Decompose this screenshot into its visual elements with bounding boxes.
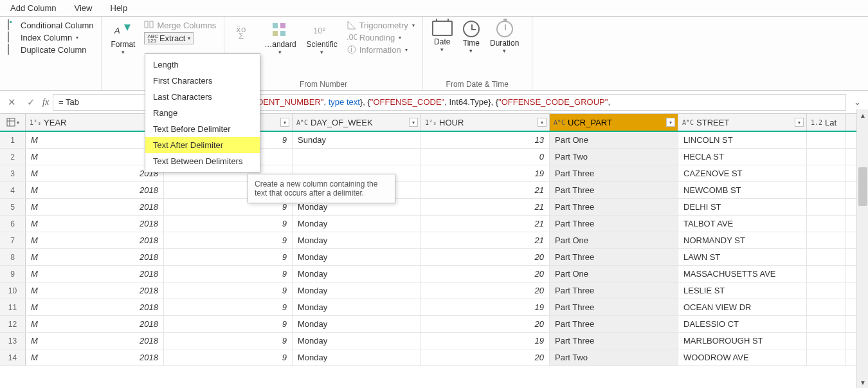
statistics-button[interactable]: x̄σΣ: [231, 19, 257, 40]
cell[interactable]: 0: [421, 149, 550, 165]
column-header-year[interactable]: 1²₃ YEAR ▾: [26, 114, 164, 131]
cell[interactable]: M2018: [26, 199, 164, 215]
cell[interactable]: Monday: [293, 249, 421, 265]
cell[interactable]: Part Three: [550, 333, 678, 349]
cell[interactable]: 20: [421, 282, 550, 299]
conditional-column-button[interactable]: Conditional Column: [6, 19, 95, 31]
cell[interactable]: MASSACHUSETTS AVE: [678, 266, 807, 282]
cell[interactable]: Monday: [293, 282, 421, 299]
filter-dropdown-icon[interactable]: ▾: [280, 118, 289, 127]
cell[interactable]: M2018: [26, 349, 164, 365]
cell[interactable]: 9: [164, 333, 293, 349]
filter-dropdown-icon[interactable]: ▾: [795, 118, 804, 127]
cell[interactable]: 19: [421, 165, 550, 181]
cell[interactable]: M2018: [26, 182, 164, 198]
filter-dropdown-icon[interactable]: ▾: [409, 118, 418, 127]
cell[interactable]: Part Three: [550, 165, 678, 181]
cell[interactable]: Monday: [293, 216, 421, 232]
table-row[interactable]: 5M20189Monday21Part ThreeDELHI ST: [0, 199, 868, 216]
scientific-button[interactable]: 10² Scientific ▾: [304, 19, 340, 55]
cell[interactable]: 19: [421, 333, 550, 349]
cell[interactable]: 20: [421, 316, 550, 332]
cell[interactable]: LINCOLN ST: [678, 132, 807, 148]
table-row[interactable]: 14M20189Monday20Part TwoWOODROW AVE: [0, 349, 868, 366]
cell[interactable]: [807, 132, 845, 148]
grid-body[interactable]: 1M9Sunday13Part OneLINCOLN ST2M0Part Two…: [0, 132, 868, 370]
cell[interactable]: [807, 216, 845, 232]
cell[interactable]: [807, 199, 845, 215]
cell[interactable]: 9: [164, 282, 293, 299]
cell[interactable]: [807, 349, 845, 365]
cell[interactable]: M2018: [26, 249, 164, 265]
table-row[interactable]: 10M20189Monday20Part ThreeLESLIE ST: [0, 282, 868, 299]
table-row[interactable]: 1M9Sunday13Part OneLINCOLN ST: [0, 132, 868, 149]
rounding-button[interactable]: .00 Rounding▾: [345, 32, 416, 43]
cell[interactable]: M2018: [26, 216, 164, 232]
cell[interactable]: LESLIE ST: [678, 282, 807, 299]
cell[interactable]: M2018: [26, 299, 164, 315]
cell[interactable]: M2018: [26, 333, 164, 349]
cell[interactable]: M2018: [26, 165, 164, 181]
cell[interactable]: CAZENOVE ST: [678, 165, 807, 181]
scroll-thumb[interactable]: [858, 167, 867, 206]
cell[interactable]: Part Three: [550, 199, 678, 215]
extract-menu-item[interactable]: Text After Delimiter: [145, 137, 260, 153]
table-row[interactable]: 8M20189Monday20Part ThreeLAWN ST: [0, 249, 868, 266]
duration-button[interactable]: Duration ▾: [487, 19, 521, 54]
cell[interactable]: 9: [164, 316, 293, 332]
cell[interactable]: DALESSIO CT: [678, 316, 807, 332]
cell[interactable]: M2018: [26, 316, 164, 332]
cell[interactable]: M: [26, 149, 164, 165]
table-row[interactable]: 7M20189Monday21Part OneNORMANDY ST: [0, 232, 868, 249]
cell[interactable]: 13: [421, 132, 550, 148]
cell[interactable]: 20: [421, 349, 550, 365]
filter-dropdown-icon[interactable]: ▾: [538, 118, 547, 127]
cell[interactable]: 20: [421, 266, 550, 282]
extract-menu-item[interactable]: Text Between Delimiters: [145, 153, 260, 169]
filter-dropdown-icon[interactable]: ▾: [666, 118, 675, 127]
cell[interactable]: [807, 149, 845, 165]
column-header-hour[interactable]: 1²₃ HOUR ▾: [421, 114, 550, 131]
cell[interactable]: NEWCOMB ST: [678, 182, 807, 198]
format-button[interactable]: A Format ▾: [108, 19, 138, 55]
column-header-ucr-part[interactable]: AᴮC UCR_PART ▾: [550, 114, 678, 131]
cell[interactable]: MARLBOROUGH ST: [678, 333, 807, 349]
cell[interactable]: NORMANDY ST: [678, 232, 807, 248]
cell[interactable]: OCEAN VIEW DR: [678, 299, 807, 315]
cell[interactable]: Part Three: [550, 216, 678, 232]
cell[interactable]: 19: [421, 299, 550, 315]
table-row[interactable]: 2M0Part TwoHECLA ST: [0, 149, 868, 165]
scroll-down-arrow[interactable]: ▼: [857, 376, 868, 388]
cell[interactable]: Part Two: [550, 349, 678, 365]
cell[interactable]: M2018: [26, 282, 164, 299]
cell[interactable]: TALBOT AVE: [678, 216, 807, 232]
duplicate-column-button[interactable]: Duplicate Column: [6, 44, 95, 55]
cell[interactable]: Part One: [550, 132, 678, 148]
scroll-up-arrow[interactable]: ▲: [857, 109, 868, 121]
cell[interactable]: Monday: [293, 299, 421, 315]
cell[interactable]: [807, 316, 845, 332]
table-row[interactable]: 11M20189Monday19Part ThreeOCEAN VIEW DR: [0, 299, 868, 316]
cell[interactable]: Monday: [293, 232, 421, 248]
cell[interactable]: 9: [164, 266, 293, 282]
cell[interactable]: WOODROW AVE: [678, 349, 807, 365]
extract-menu-item[interactable]: Text Before Delimiter: [145, 121, 260, 137]
cell[interactable]: 21: [421, 182, 550, 198]
cell[interactable]: M2018: [26, 232, 164, 248]
date-button[interactable]: Date ▾: [429, 19, 455, 53]
time-button[interactable]: Time ▾: [460, 19, 482, 54]
menu-add-column[interactable]: Add Column: [3, 1, 69, 15]
cancel-formula-button[interactable]: ✕: [4, 95, 19, 110]
confirm-formula-button[interactable]: ✓: [23, 95, 39, 110]
cell[interactable]: Part Three: [550, 249, 678, 265]
extract-menu-item[interactable]: Length: [145, 57, 260, 73]
cell[interactable]: 21: [421, 232, 550, 248]
table-row[interactable]: 6M20189Monday21Part ThreeTALBOT AVE: [0, 216, 868, 232]
column-header-lat[interactable]: 1.2 Lat: [807, 114, 845, 131]
cell[interactable]: Part One: [550, 266, 678, 282]
cell[interactable]: Part Three: [550, 182, 678, 198]
cell[interactable]: M: [26, 132, 164, 148]
cell[interactable]: 21: [421, 216, 550, 232]
cell[interactable]: Part Three: [550, 282, 678, 299]
cell[interactable]: 21: [421, 199, 550, 215]
